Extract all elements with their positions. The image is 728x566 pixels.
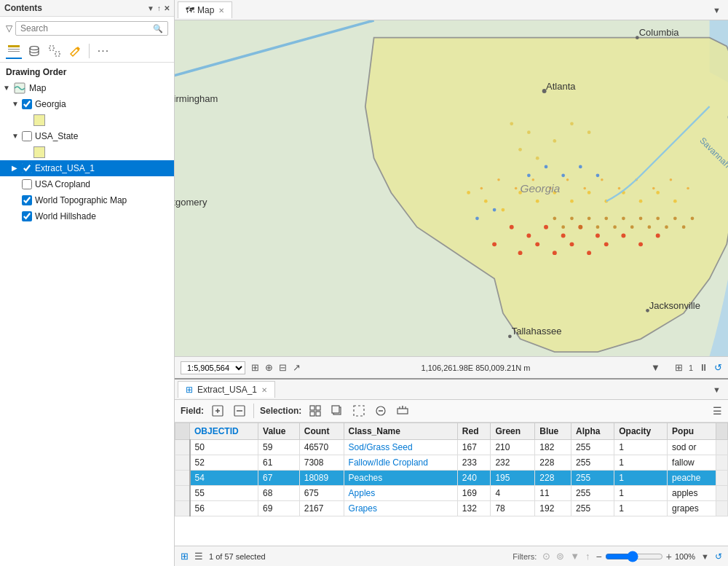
checkbox-world-hillshade[interactable] <box>22 211 32 221</box>
search-input[interactable] <box>20 23 153 34</box>
scale-selector[interactable]: 1:5,905,564 <box>181 361 245 374</box>
col-blue[interactable]: Blue <box>535 423 571 440</box>
database-icon[interactable] <box>26 43 42 59</box>
table-tab-icon: ⊞ <box>186 385 193 395</box>
col-count[interactable]: Count <box>299 423 344 440</box>
filter-icon-2[interactable]: ⊚ <box>556 551 564 562</box>
tree-item-usa-state[interactable]: ▼ USA_State <box>0 128 174 144</box>
svg-point-42 <box>604 242 609 246</box>
checkbox-georgia[interactable] <box>22 99 32 109</box>
table-icon[interactable]: ⊟ <box>279 362 287 373</box>
col-red[interactable]: Red <box>457 423 491 440</box>
col-classname[interactable]: Class_Name <box>344 423 457 440</box>
map-tab-close[interactable]: ✕ <box>218 7 224 15</box>
field-options-button[interactable] <box>232 403 248 419</box>
selection-label: Selection: <box>260 406 301 416</box>
contents-panel: Contents ▼ ↑ ✕ ▽ 🔍 <box>0 0 175 566</box>
checkbox-usa-state[interactable] <box>22 131 32 141</box>
tree-item-world-hillshade[interactable]: ▶ World Hillshade <box>0 208 174 224</box>
refresh-map-icon[interactable]: ↺ <box>714 362 722 373</box>
col-sort-indicator[interactable] <box>175 423 190 440</box>
zoom-dropdown[interactable]: ▼ <box>701 552 709 561</box>
select-copy-button[interactable] <box>329 403 345 419</box>
select-all-button[interactable] <box>307 403 323 419</box>
selection-icon[interactable] <box>47 43 63 59</box>
svg-point-60 <box>601 178 604 181</box>
table-menu-icon[interactable]: ☰ <box>713 405 722 417</box>
table-list-icon[interactable]: ☰ <box>194 551 203 562</box>
filter-icon[interactable]: ▽ <box>6 23 12 34</box>
switch-selection-button[interactable] <box>373 403 389 419</box>
identify-icon[interactable]: ↗ <box>293 362 301 373</box>
table-row[interactable]: 5568675Apples1694112551apples <box>175 486 728 501</box>
svg-point-29 <box>673 200 677 203</box>
zoom-in-icon[interactable]: ⊕ <box>265 362 273 373</box>
table-panel-options[interactable]: ▼ <box>713 385 721 394</box>
table-view-icon[interactable]: ⊞ <box>181 551 189 562</box>
col-opacity[interactable]: Opacity <box>614 423 668 440</box>
tree-item-usa-cropland[interactable]: ▶ USA Cropland <box>0 176 174 192</box>
col-green[interactable]: Green <box>491 423 535 440</box>
map-content[interactable]: Columbia Atlanta Birmingham Alabama Geor… <box>175 20 728 356</box>
table-row[interactable]: 505946570Sod/Grass Seed1672101822551sod … <box>175 440 728 455</box>
svg-point-79 <box>665 225 668 229</box>
contents-toolbar: ··· <box>0 40 174 63</box>
tree-item-world-topo[interactable]: ▶ World Topographic Map <box>0 192 174 208</box>
table-wrapper[interactable]: OBJECTID Value Count Class_Name Red Gree… <box>175 422 728 546</box>
tree-item-map[interactable]: ▼ Map <box>0 80 174 96</box>
col-objectid[interactable]: OBJECTID <box>190 423 258 440</box>
coords-dropdown[interactable]: ▼ <box>651 362 660 373</box>
svg-point-11 <box>527 130 531 134</box>
edit-icon[interactable] <box>67 43 83 59</box>
svg-point-18 <box>484 200 488 203</box>
svg-point-47 <box>493 208 496 212</box>
zoom-to-selection-button[interactable] <box>395 403 411 419</box>
add-field-button[interactable] <box>210 403 226 419</box>
zoom-slider[interactable] <box>605 551 663 562</box>
table-tab-close[interactable]: ✕ <box>261 386 267 394</box>
map-area: 🗺 Map ✕ ▼ <box>175 0 728 378</box>
zoom-in-button[interactable]: + <box>666 551 672 562</box>
map-settings-icon[interactable]: ⊞ <box>675 362 683 373</box>
list-view-icon[interactable] <box>6 43 22 59</box>
filter-icon-3[interactable]: ▼ <box>570 551 579 562</box>
contents-header: Contents ▼ ↑ ✕ <box>0 0 174 17</box>
tree-item-extract-usa-1[interactable]: ▶ Extract_USA_1 <box>0 160 174 176</box>
col-alpha[interactable]: Alpha <box>571 423 614 440</box>
svg-point-19 <box>502 208 505 212</box>
zoom-out-button[interactable]: − <box>596 551 602 562</box>
map-tab[interactable]: 🗺 Map ✕ <box>178 1 232 18</box>
search-button[interactable]: 🔍 <box>153 24 163 34</box>
checkbox-usa-cropland[interactable] <box>22 179 32 189</box>
col-value[interactable]: Value <box>258 423 300 440</box>
svg-point-27 <box>639 200 643 203</box>
checkbox-extract-usa-1[interactable] <box>22 163 32 173</box>
more-options-icon[interactable]: ··· <box>95 43 111 59</box>
pin-icon[interactable]: ▼ <box>147 4 154 12</box>
col-popup[interactable]: Popu <box>668 423 716 440</box>
svg-point-31 <box>526 234 531 238</box>
filter-icon-4[interactable]: ↑ <box>585 551 590 562</box>
dock-icon[interactable]: ↑ <box>157 4 161 12</box>
refresh-table-button[interactable]: ↺ <box>715 551 722 562</box>
expand-extract-usa-1[interactable]: ▶ <box>12 162 20 175</box>
table-tab-extract[interactable]: ⊞ Extract_USA_1 ✕ <box>178 381 275 398</box>
svg-rect-5 <box>55 52 60 56</box>
tree-item-georgia[interactable]: ▼ Georgia <box>0 96 174 112</box>
checkbox-world-topo[interactable] <box>22 195 32 205</box>
expand-usa-state[interactable]: ▼ <box>12 130 20 143</box>
table-row[interactable]: 56692167Grapes132781922551grapes <box>175 501 728 516</box>
map-options-icon[interactable]: ▼ <box>713 6 721 15</box>
table-row[interactable]: 52617308Fallow/Idle Cropland233232228255… <box>175 455 728 471</box>
deselect-button[interactable] <box>351 403 367 419</box>
pause-icon[interactable]: ⏸ <box>699 362 708 373</box>
filter-icon-1[interactable]: ⊙ <box>542 551 550 562</box>
expand-georgia[interactable]: ▼ <box>12 98 20 111</box>
svg-point-74 <box>622 217 625 221</box>
table-row[interactable]: 546718089Peaches2401952282551peache <box>175 471 728 486</box>
zoom-extent-icon[interactable]: ⊞ <box>251 362 259 373</box>
svg-point-14 <box>570 122 574 125</box>
expand-map[interactable]: ▼ <box>3 82 12 95</box>
close-panel-icon[interactable]: ✕ <box>164 4 170 12</box>
coordinates-display: 1,106,261.98E 850,009.21N m <box>306 363 645 372</box>
